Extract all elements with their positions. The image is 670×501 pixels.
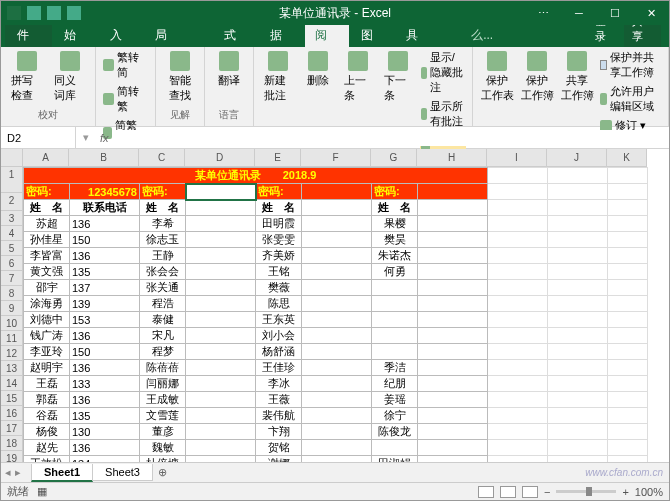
data-cell[interactable]: 135 xyxy=(70,408,140,424)
fx-icon[interactable]: fx xyxy=(96,132,113,144)
data-cell[interactable] xyxy=(302,216,372,232)
data-cell[interactable]: 何勇 xyxy=(372,264,418,280)
data-cell[interactable]: 153 xyxy=(70,312,140,328)
col-header[interactable]: D xyxy=(185,149,255,167)
col-header[interactable]: G xyxy=(371,149,417,167)
data-cell[interactable]: 纪朋 xyxy=(372,376,418,392)
thesaurus-button[interactable]: 同义词库 xyxy=(50,49,89,105)
data-cell[interactable] xyxy=(418,424,488,440)
data-cell[interactable]: 李冰 xyxy=(256,376,302,392)
row-header[interactable]: 5 xyxy=(1,241,23,256)
undo-icon[interactable] xyxy=(47,6,61,20)
zoom-out-button[interactable]: − xyxy=(544,486,550,498)
data-cell[interactable] xyxy=(186,312,256,328)
sheet-nav-next-icon[interactable]: ▸ xyxy=(15,466,21,479)
data-cell[interactable]: 张关通 xyxy=(140,280,186,296)
data-cell[interactable]: 季洁 xyxy=(372,360,418,376)
header-cell[interactable] xyxy=(302,200,372,216)
data-cell[interactable] xyxy=(302,392,372,408)
dropdown-icon[interactable]: ▾ xyxy=(76,131,96,144)
minimize-icon[interactable]: ─ xyxy=(561,1,597,25)
view-layout-button[interactable] xyxy=(500,486,516,498)
col-header[interactable]: H xyxy=(417,149,487,167)
data-cell[interactable]: 王成敏 xyxy=(140,392,186,408)
active-cell[interactable] xyxy=(186,184,256,200)
data-cell[interactable]: 田明霞 xyxy=(256,216,302,232)
data-cell[interactable] xyxy=(418,248,488,264)
data-cell[interactable] xyxy=(302,280,372,296)
data-cell[interactable] xyxy=(418,344,488,360)
data-cell[interactable]: 150 xyxy=(70,232,140,248)
close-icon[interactable]: ✕ xyxy=(633,1,669,25)
formula-input[interactable] xyxy=(113,130,669,146)
data-cell[interactable]: 刘德中 xyxy=(24,312,70,328)
new-comment-button[interactable]: 新建批注 xyxy=(260,49,296,105)
view-break-button[interactable] xyxy=(522,486,538,498)
data-cell[interactable]: 刘小会 xyxy=(256,328,302,344)
data-cell[interactable] xyxy=(418,376,488,392)
data-cell[interactable] xyxy=(302,376,372,392)
data-cell[interactable] xyxy=(418,328,488,344)
data-cell[interactable]: 张雯雯 xyxy=(256,232,302,248)
zoom-slider[interactable] xyxy=(556,490,616,493)
data-cell[interactable]: 朱诺杰 xyxy=(372,248,418,264)
maximize-icon[interactable]: ☐ xyxy=(597,1,633,25)
data-cell[interactable] xyxy=(302,232,372,248)
data-cell[interactable] xyxy=(418,392,488,408)
row-header[interactable]: 1 xyxy=(1,167,23,193)
data-cell[interactable]: 王静 xyxy=(140,248,186,264)
data-cell[interactable] xyxy=(302,296,372,312)
data-cell[interactable]: 陈蓓蓓 xyxy=(140,360,186,376)
data-cell[interactable] xyxy=(418,360,488,376)
data-cell[interactable] xyxy=(372,280,418,296)
spellcheck-button[interactable]: 拼写检查 xyxy=(7,49,46,105)
data-cell[interactable] xyxy=(372,440,418,456)
row-header[interactable]: 12 xyxy=(1,346,23,361)
data-cell[interactable]: 136 xyxy=(70,440,140,456)
worksheet-grid[interactable]: ABCDEFGHIJK 1234567891011121314151617181… xyxy=(1,149,669,479)
sheet-tab-1[interactable]: Sheet1 xyxy=(31,464,93,482)
view-normal-button[interactable] xyxy=(478,486,494,498)
zoom-in-button[interactable]: + xyxy=(622,486,628,498)
row-header[interactable]: 10 xyxy=(1,316,23,331)
data-cell[interactable] xyxy=(186,280,256,296)
row-header[interactable]: 16 xyxy=(1,406,23,421)
row-header[interactable]: 9 xyxy=(1,301,23,316)
col-header[interactable]: E xyxy=(255,149,301,167)
data-cell[interactable]: 徐宁 xyxy=(372,408,418,424)
smart-lookup-button[interactable]: 智能 查找 xyxy=(162,49,198,105)
save-icon[interactable] xyxy=(27,6,41,20)
data-cell[interactable] xyxy=(186,440,256,456)
data-cell[interactable] xyxy=(372,312,418,328)
data-cell[interactable] xyxy=(418,280,488,296)
data-cell[interactable] xyxy=(186,408,256,424)
data-cell[interactable] xyxy=(418,440,488,456)
data-cell[interactable]: 贺铭 xyxy=(256,440,302,456)
data-cell[interactable]: 赵明宇 xyxy=(24,360,70,376)
col-header[interactable]: C xyxy=(139,149,185,167)
title-cell[interactable]: 某单位通讯录 2018.9 xyxy=(24,168,488,184)
row-header[interactable]: 15 xyxy=(1,391,23,406)
data-cell[interactable]: 樊薇 xyxy=(256,280,302,296)
data-cell[interactable]: 姜瑶 xyxy=(372,392,418,408)
data-cell[interactable]: 邵宇 xyxy=(24,280,70,296)
simp-to-trad-button[interactable]: 简转繁 xyxy=(102,83,148,115)
data-cell[interactable] xyxy=(302,264,372,280)
data-cell[interactable] xyxy=(186,360,256,376)
row-header[interactable]: 8 xyxy=(1,286,23,301)
row-header[interactable]: 17 xyxy=(1,421,23,436)
data-cell[interactable]: 王佳珍 xyxy=(256,360,302,376)
row-header[interactable]: 13 xyxy=(1,361,23,376)
col-header[interactable]: A xyxy=(23,149,69,167)
redo-icon[interactable] xyxy=(67,6,81,20)
share-workbook-button[interactable]: 共享 工作簿 xyxy=(559,49,595,105)
data-cell[interactable] xyxy=(418,296,488,312)
row-header[interactable]: 4 xyxy=(1,226,23,241)
row-header[interactable]: 2 xyxy=(1,193,23,211)
data-cell[interactable] xyxy=(302,344,372,360)
data-cell[interactable] xyxy=(372,344,418,360)
sheet-nav-prev-icon[interactable]: ◂ xyxy=(5,466,11,479)
data-cell[interactable] xyxy=(418,264,488,280)
data-cell[interactable] xyxy=(302,440,372,456)
data-cell[interactable] xyxy=(302,424,372,440)
